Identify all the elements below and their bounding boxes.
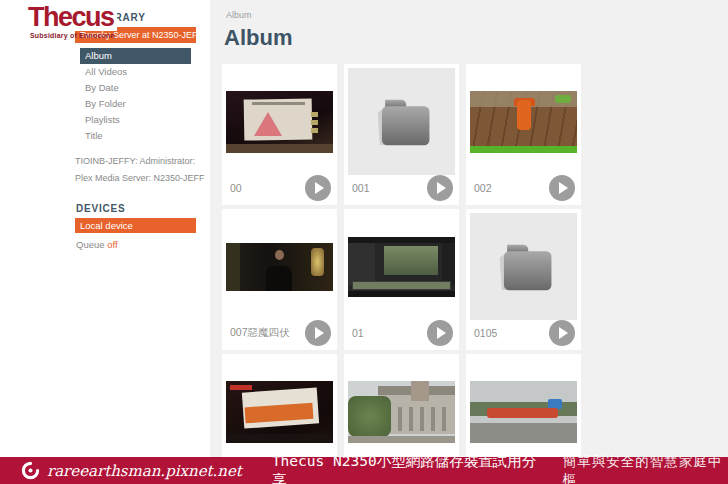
card-label: 00 xyxy=(230,182,242,194)
play-icon[interactable] xyxy=(305,175,331,201)
album-grid: 00 xyxy=(222,64,728,457)
play-icon[interactable] xyxy=(305,320,331,346)
video-thumbnail xyxy=(470,91,577,153)
library-menu: Album All Videos By Date By Folder Playl… xyxy=(80,48,191,144)
media-card-007[interactable]: 007惡魔四伏 xyxy=(222,209,337,350)
sidebar: MY LIBRARY Twonky Server at N2350-JEFF A… xyxy=(0,0,210,457)
play-icon[interactable] xyxy=(549,320,575,346)
page-title: Album xyxy=(224,25,728,51)
breadcrumb[interactable]: Album xyxy=(226,10,728,20)
queue-status[interactable]: Queue off xyxy=(76,239,210,250)
folder-icon xyxy=(348,68,455,175)
play-icon[interactable] xyxy=(427,175,453,201)
media-card-001[interactable]: 001 xyxy=(344,64,459,205)
review-title: Thecus N2350小型網路儲存裝置試用分享 xyxy=(272,452,537,484)
thumb-area xyxy=(348,68,455,175)
sidebar-item-by-folder[interactable]: By Folder xyxy=(80,96,191,112)
card-label: 01 xyxy=(352,327,364,339)
sidebar-item-all-videos[interactable]: All Videos xyxy=(80,64,191,80)
sidebar-item-playlists[interactable]: Playlists xyxy=(80,112,191,128)
card-label: 007惡魔四伏 xyxy=(230,326,290,340)
sidebar-item-title[interactable]: Title xyxy=(80,128,191,144)
main-content: Album Album 00 xyxy=(210,0,728,457)
watermark-bar: rareearthsman.pixnet.net Thecus N2350小型網… xyxy=(0,457,728,484)
card-label: 0105 xyxy=(474,327,497,339)
media-card-row3-1[interactable] xyxy=(222,354,337,457)
video-thumbnail xyxy=(348,237,455,297)
media-card-00[interactable]: 00 xyxy=(222,64,337,205)
blog-url: rareearthsman.pixnet.net xyxy=(47,462,242,480)
thecus-logo-text: Thecus xyxy=(28,4,117,31)
media-card-01[interactable]: 01 xyxy=(344,209,459,350)
video-thumbnail xyxy=(348,381,455,443)
account-info: TIOINB-JEFFY: Administrator: Plex Media … xyxy=(75,153,210,187)
thumb-area xyxy=(470,68,577,175)
thumb-area xyxy=(226,358,333,457)
media-card-0105[interactable]: 0105 xyxy=(466,209,581,350)
video-thumbnail xyxy=(470,381,577,443)
thumb-area xyxy=(226,213,333,320)
card-label: 002 xyxy=(474,182,492,194)
card-label: 001 xyxy=(352,182,370,194)
folder-icon xyxy=(470,213,577,320)
thumb-area xyxy=(348,358,455,457)
video-thumbnail xyxy=(226,91,333,153)
media-card-row3-2[interactable] xyxy=(344,354,459,457)
thecus-logo: Thecus Subsidiary of Ennoconn xyxy=(28,4,117,39)
queue-label: Queue xyxy=(76,239,105,250)
video-thumbnail xyxy=(226,381,333,443)
media-card-002[interactable]: 002 xyxy=(466,64,581,205)
devices-header: DEVICES xyxy=(76,203,210,214)
media-card-row3-3[interactable] xyxy=(466,354,581,457)
thecus-logo-subtitle: Subsidiary of Ennoconn xyxy=(30,32,117,39)
thumb-area xyxy=(470,358,577,457)
twonky-app: MY LIBRARY Twonky Server at N2350-JEFF A… xyxy=(0,0,728,484)
queue-value: off xyxy=(107,239,117,250)
local-device-button[interactable]: Local device xyxy=(75,218,196,233)
thumb-area xyxy=(348,213,455,320)
slogan: 簡單與安全的智慧家庭中樞 xyxy=(563,453,728,484)
play-icon[interactable] xyxy=(427,320,453,346)
video-thumbnail xyxy=(226,243,333,291)
pixnet-swirl-icon xyxy=(21,461,40,480)
sidebar-item-by-date[interactable]: By Date xyxy=(80,80,191,96)
thumb-area xyxy=(470,213,577,320)
sidebar-item-album[interactable]: Album xyxy=(80,48,191,64)
account-line: TIOINB-JEFFY: Administrator: xyxy=(75,153,210,170)
thumb-area xyxy=(226,68,333,175)
play-icon[interactable] xyxy=(549,175,575,201)
plex-server-line: Plex Media Server: N2350-JEFF xyxy=(75,170,210,187)
